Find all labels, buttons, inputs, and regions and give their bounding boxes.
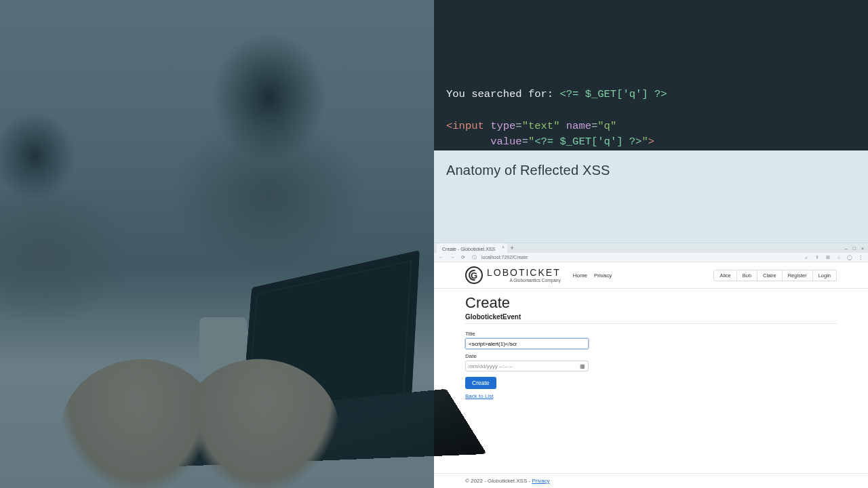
code-attr: type (490, 120, 515, 132)
code-php: <?= $_GET['q'] ?> (534, 136, 642, 148)
photo-hand-right (176, 352, 346, 488)
close-window-icon[interactable]: × (861, 246, 864, 251)
share-icon[interactable]: ⇪ (814, 255, 821, 260)
nav-users: Alice Bob Claire Register Login (713, 270, 837, 281)
code-punc: = (515, 120, 521, 132)
user-pill-bob[interactable]: Bob (737, 270, 757, 281)
nav-login[interactable]: Login (813, 270, 837, 281)
code-string: "q" (597, 120, 616, 132)
bookmark-icon[interactable]: ☆ (835, 255, 842, 260)
logo-icon: G (465, 266, 483, 284)
browser-tabstrip: Create - Globoticket.XSS × + – □ × (434, 243, 868, 253)
slide-subtitle: Anatomy of Reflected XSS (434, 150, 868, 188)
code-snippet: You searched for: <?= $_GET['q'] ?> <inp… (434, 0, 868, 150)
code-text: You searched for: (446, 88, 559, 100)
footer-privacy-link[interactable]: Privacy (532, 478, 549, 484)
date-label: Date (465, 353, 589, 359)
brand-tagline: A Globomantics Company (487, 279, 561, 283)
menu-icon[interactable]: ⋮ (857, 255, 864, 260)
site-header: G LOBOTICKET A Globomantics Company Home… (434, 262, 868, 289)
embedded-browser: Create - Globoticket.XSS × + – □ × ← → ⟳… (434, 243, 868, 488)
maximize-icon[interactable]: □ (853, 246, 856, 251)
photo-laptop (181, 230, 454, 488)
decorative-photo (0, 0, 434, 488)
close-icon[interactable]: × (502, 245, 505, 249)
code-tag: <input (446, 120, 484, 132)
page-footer: © 2022 - Globoticket.XSS - Privacy (434, 473, 868, 488)
photo-mug (199, 317, 247, 375)
search-icon[interactable]: ⌕ (803, 255, 810, 260)
code-punc: = (522, 136, 528, 148)
create-form: Title Date mm/dd/yyyy --:-- -- ▦ Create … (465, 331, 589, 399)
code-string: "text" (522, 120, 560, 132)
logo-letter: G (471, 270, 477, 281)
code-string: " (642, 136, 648, 148)
nav-link-home[interactable]: Home (573, 272, 587, 279)
user-pill-claire[interactable]: Claire (757, 270, 783, 281)
date-input[interactable]: mm/dd/yyyy --:-- -- ▦ (465, 361, 589, 371)
browser-tab[interactable]: Create - Globoticket.XSS × (437, 243, 507, 253)
photo-hand-left (52, 349, 226, 488)
url-text[interactable]: localhost:7292/Create (481, 255, 528, 260)
title-label: Title (465, 331, 589, 337)
reload-icon[interactable]: ⟳ (460, 255, 467, 260)
minimize-icon[interactable]: – (845, 246, 848, 251)
tab-title: Create - Globoticket.XSS (442, 247, 495, 251)
profile-icon[interactable]: ◯ (846, 255, 853, 260)
info-icon[interactable]: ⓘ (471, 254, 477, 261)
create-button[interactable]: Create (465, 377, 496, 389)
nav-link-privacy[interactable]: Privacy (594, 272, 612, 279)
spacer (434, 188, 868, 243)
code-string: " (528, 136, 534, 148)
code-punc: = (591, 120, 597, 132)
new-tab-button[interactable]: + (507, 243, 517, 253)
code-php: <?= $_GET['q'] ?> (559, 88, 667, 100)
page-subheading: GloboticketEvent (465, 313, 837, 324)
extensions-icon[interactable]: ⊞ (825, 255, 831, 260)
user-pill-alice[interactable]: Alice (713, 270, 736, 281)
web-page: G LOBOTICKET A Globomantics Company Home… (434, 262, 868, 488)
page-body: Create GloboticketEvent Title Date mm/dd… (434, 289, 868, 399)
footer-text: © 2022 - Globoticket.XSS - (465, 478, 532, 484)
code-attr: value (490, 136, 522, 148)
nav-primary: Home Privacy (573, 272, 612, 279)
calendar-icon[interactable]: ▦ (580, 363, 585, 369)
page-heading: Create (465, 294, 837, 312)
code-attr: name (566, 120, 591, 132)
title-input[interactable] (465, 338, 589, 349)
nav-register[interactable]: Register (783, 270, 813, 281)
code-tag: > (648, 136, 654, 148)
back-to-list-link[interactable]: Back to List (465, 393, 589, 399)
window-controls: – □ × (845, 243, 868, 253)
brand[interactable]: G LOBOTICKET A Globomantics Company (465, 266, 561, 284)
brand-name: LOBOTICKET (487, 268, 561, 277)
browser-address-bar: ← → ⟳ ⓘ localhost:7292/Create ⌕ ⇪ ⊞ ☆ ◯ … (434, 253, 868, 262)
date-placeholder: mm/dd/yyyy --:-- -- (469, 363, 513, 369)
